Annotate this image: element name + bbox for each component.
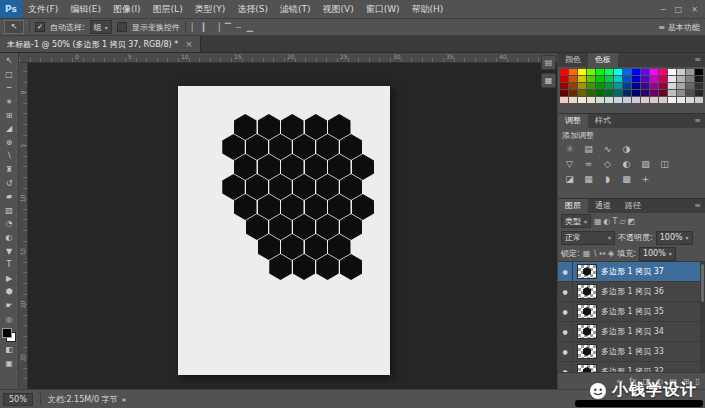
color-swatch[interactable] [578, 76, 586, 82]
color-swatch[interactable] [686, 97, 694, 103]
lock-paint[interactable]: ∖ [592, 249, 597, 258]
color-swatch[interactable] [695, 90, 703, 96]
workspace-switcher[interactable]: ≡ 基本功能 [658, 22, 700, 33]
eyedropper-tool[interactable]: ◢ [1, 122, 17, 136]
color-swatch[interactable] [587, 83, 595, 89]
canvas-viewport[interactable] [27, 63, 557, 390]
color-swatch[interactable] [695, 83, 703, 89]
invert-icon[interactable]: ◪ [561, 172, 578, 185]
lock-all[interactable]: ◈ [608, 249, 614, 258]
selective-color-icon[interactable]: + [637, 172, 654, 185]
document-tab[interactable]: 未标题-1 @ 50% (多边形 1 拷贝 37, RGB/8) * × [0, 36, 201, 52]
channel-mixer-icon[interactable]: ◫ [656, 157, 673, 170]
document-page[interactable] [178, 86, 390, 375]
dodge-tool[interactable]: ◐ [1, 231, 17, 245]
fill-dropdown[interactable]: 100% ▾ [639, 247, 676, 261]
layer-row[interactable]: ●多边形 1 拷贝 36 [558, 282, 705, 302]
healing-brush-tool[interactable]: ⊕ [1, 136, 17, 150]
color-swatch[interactable] [650, 76, 658, 82]
filter-shape-layers[interactable]: ▱ [619, 217, 625, 226]
menu-item[interactable]: 图层(L) [147, 0, 189, 18]
color-swatch[interactable] [605, 90, 613, 96]
color-swatch[interactable] [632, 83, 640, 89]
color-swatch[interactable] [677, 83, 685, 89]
marquee-tool[interactable]: □ [1, 68, 17, 82]
color-swatch[interactable] [641, 97, 649, 103]
visibility-eye-icon[interactable]: ● [558, 282, 573, 301]
align-center-h-icon[interactable]: ▎ [202, 23, 210, 32]
filter-type-layers[interactable]: T [613, 217, 618, 226]
color-swatch[interactable] [650, 83, 658, 89]
zoom-tool[interactable]: ◎ [1, 312, 17, 326]
color-swatch[interactable] [560, 83, 568, 89]
color-swatch[interactable] [677, 97, 685, 103]
lock-transparency[interactable]: ▦ [583, 249, 591, 258]
layer-row[interactable]: ●多边形 1 拷贝 37 [558, 262, 705, 282]
screen-mode-button[interactable]: ▣ [1, 356, 17, 370]
move-tool[interactable]: ↖ [1, 54, 17, 68]
color-swatch[interactable] [596, 69, 604, 75]
hue-saturation-icon[interactable]: ≈ [580, 157, 597, 170]
tab-paths[interactable]: 路径 [618, 199, 648, 213]
color-swatch[interactable] [569, 83, 577, 89]
menu-item[interactable]: 选择(S) [231, 0, 274, 18]
filter-adjustment-layers[interactable]: ◐ [604, 217, 611, 226]
color-swatch[interactable] [614, 97, 622, 103]
align-left-icon[interactable]: ▏ [191, 23, 199, 32]
close-button[interactable]: × [691, 5, 698, 14]
menu-item[interactable]: 图像(I) [107, 0, 147, 18]
restore-button[interactable]: □ [675, 5, 683, 14]
crop-tool[interactable]: ⊞ [1, 108, 17, 122]
color-swatch[interactable] [614, 69, 622, 75]
opacity-dropdown[interactable]: 100% ▾ [656, 231, 693, 245]
align-middle-icon[interactable]: ─ [235, 23, 243, 32]
color-swatch[interactable] [596, 83, 604, 89]
hand-tool[interactable]: ☛ [1, 299, 17, 313]
color-swatch[interactable] [623, 90, 631, 96]
curves-icon[interactable]: ∿ [599, 142, 616, 155]
history-brush-tool[interactable]: ↺ [1, 176, 17, 190]
color-swatch[interactable] [614, 76, 622, 82]
tab-adjustments[interactable]: 调整 [558, 114, 588, 128]
color-swatch[interactable] [650, 69, 658, 75]
color-swatch[interactable] [560, 90, 568, 96]
pen-tool[interactable]: ▼ [1, 244, 17, 258]
visibility-eye-icon[interactable]: ● [558, 302, 573, 321]
color-swatch[interactable] [659, 69, 667, 75]
layer-row[interactable]: ●多边形 1 拷贝 33 [558, 342, 705, 362]
color-swatch[interactable] [569, 90, 577, 96]
menu-item[interactable]: 帮助(H) [406, 0, 450, 18]
color-swatch[interactable] [596, 90, 604, 96]
color-swatch[interactable] [668, 76, 676, 82]
color-swatch[interactable] [560, 69, 568, 75]
color-swatch[interactable] [623, 69, 631, 75]
status-menu-arrow-icon[interactable]: ▸ [123, 395, 127, 404]
layer-row[interactable]: ●多边形 1 拷贝 35 [558, 302, 705, 322]
tab-channels[interactable]: 通道 [588, 199, 618, 213]
blur-tool[interactable]: ◔ [1, 217, 17, 231]
color-swatch[interactable] [623, 83, 631, 89]
menu-item[interactable]: 滤镜(T) [274, 0, 317, 18]
color-chips[interactable] [2, 328, 16, 342]
color-swatch[interactable] [605, 69, 613, 75]
tab-layers[interactable]: 图层 [558, 199, 588, 213]
color-swatch[interactable] [560, 76, 568, 82]
menu-item[interactable]: 类型(Y) [189, 0, 232, 18]
color-swatch[interactable] [641, 90, 649, 96]
color-swatch[interactable] [686, 69, 694, 75]
color-swatch[interactable] [614, 83, 622, 89]
color-swatch[interactable] [605, 76, 613, 82]
tool-preset-icon[interactable]: ↖ [4, 20, 24, 34]
color-swatch[interactable] [596, 97, 604, 103]
color-swatch[interactable] [569, 76, 577, 82]
color-swatch[interactable] [596, 76, 604, 82]
align-top-icon[interactable]: ▔ [224, 23, 232, 32]
brightness-contrast-icon[interactable]: ☼ [561, 142, 578, 155]
collapsed-history-panel-icon[interactable]: ▤ [541, 55, 556, 70]
color-swatch[interactable] [623, 97, 631, 103]
color-swatch[interactable] [623, 76, 631, 82]
panel-menu-icon[interactable]: ≡ [694, 199, 705, 213]
path-selection-tool[interactable]: ▶ [1, 272, 17, 286]
posterize-icon[interactable]: ▦ [580, 172, 597, 185]
brush-tool[interactable]: ∖ [1, 149, 17, 163]
